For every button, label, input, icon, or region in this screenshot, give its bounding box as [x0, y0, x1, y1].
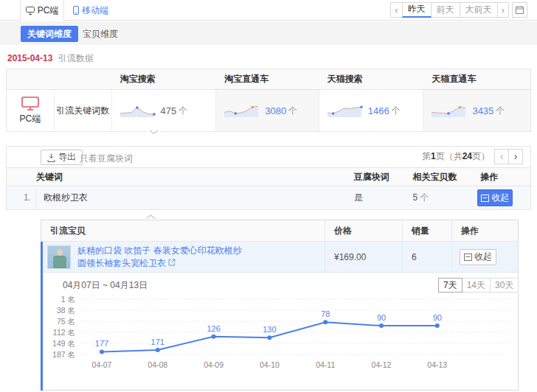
metric-value: 3080	[265, 105, 286, 116]
item-sales: 6	[402, 242, 451, 272]
date-yesterday-button[interactable]: 昨天	[402, 2, 432, 18]
collapse-icon	[481, 195, 489, 202]
svg-text:171: 171	[151, 337, 164, 346]
metric-value: 475	[161, 105, 177, 116]
selected-row-indicator	[41, 242, 43, 391]
tab-pc-label: PC端	[38, 4, 59, 17]
metric-cell-taobao-search: 475 个	[111, 90, 216, 131]
traffic-table-row: PC端 引流关键词数 475 个 3080 个 1466 个 3435 个	[7, 90, 530, 131]
date-next-button[interactable]: ›	[497, 2, 509, 18]
tofu-filter-toggle[interactable]: 只看豆腐块词	[80, 153, 133, 165]
monitor-icon	[26, 7, 35, 15]
sparkline-taobao-ztc	[222, 102, 260, 119]
svg-text:04-12: 04-12	[372, 360, 392, 369]
metric-label: 引流关键词数	[54, 90, 111, 131]
external-link-icon	[168, 258, 176, 268]
item-table-header: 引流宝贝 价格 销量 操作	[41, 220, 518, 242]
col-header-taobao-ztc: 淘宝直通车	[215, 69, 319, 89]
total-pages: 24	[462, 151, 472, 161]
header-price: 价格	[325, 220, 402, 241]
svg-text:04-11: 04-11	[316, 360, 335, 369]
page-next-button[interactable]: ›	[508, 149, 523, 164]
header-item: 引流宝贝	[41, 220, 325, 241]
item-row: 妖精的口袋 吹笛子 春装女爱心印花欧根纱圆领长袖套头宽松卫衣 ¥169.00 6…	[41, 242, 518, 273]
sparkline-tmall-search	[325, 102, 364, 119]
tab-mobile-label: 移动端	[82, 4, 108, 17]
phone-icon	[73, 6, 79, 15]
collapse-item-button[interactable]: 收起	[460, 249, 496, 265]
calendar-icon	[516, 6, 524, 14]
export-icon	[47, 153, 55, 162]
svg-text:177: 177	[95, 339, 108, 348]
keyword-table-header: 关键词 豆腐块词 相关宝贝数 操作	[7, 167, 530, 186]
svg-text:78: 78	[321, 309, 330, 318]
tab-mobile[interactable]: 移动端	[73, 0, 108, 21]
export-button[interactable]: 导出	[41, 150, 83, 165]
product-title-link[interactable]: 妖精的口袋 吹笛子 春装女爱心印花欧根纱圆领长袖套头宽松卫衣	[77, 242, 249, 272]
period-14d-button[interactable]: 14天	[462, 278, 491, 293]
chevron-down-icon[interactable]	[147, 130, 161, 135]
traffic-overview-table: 淘宝搜索 淘宝直通车 天猫搜索 天猫直通车 PC端 引流关键词数 475 个 3…	[6, 69, 531, 132]
dimension-bar	[0, 21, 537, 45]
sparkline-tmall-ztc	[429, 102, 468, 119]
traffic-analytics-page: ‹ 昨天 前天 大前天 › PC端 移动端 关键词维度 宝贝维度 2015-04…	[0, 0, 537, 392]
header-action: 操作	[473, 168, 530, 186]
date-two-days-ago-button[interactable]: 前天	[431, 2, 460, 18]
rank-trend-chart: 1 名38 名75 名112 名149 名187 名04-0704-0804-0…	[43, 293, 516, 374]
keyword-row: 1. 欧根纱卫衣 是 5 个 收起	[7, 186, 530, 209]
device-label: PC端	[20, 113, 41, 125]
svg-text:90: 90	[377, 313, 386, 322]
metric-cell-tmall-search: 1466 个	[319, 90, 423, 131]
svg-text:04-08: 04-08	[148, 360, 167, 369]
svg-text:90: 90	[433, 313, 442, 322]
date-prev-button[interactable]: ‹	[390, 2, 402, 18]
collapse-icon	[464, 253, 472, 261]
svg-text:112 名: 112 名	[53, 328, 75, 337]
header-action: 操作	[451, 220, 518, 241]
tab-keyword-dimension[interactable]: 关键词维度	[21, 26, 78, 42]
current-page: 1	[431, 151, 436, 161]
svg-text:126: 126	[207, 324, 220, 333]
svg-text:75 名: 75 名	[57, 317, 75, 326]
page-prev-button[interactable]: ‹	[494, 149, 509, 164]
svg-text:04-09: 04-09	[204, 360, 224, 369]
period-switcher: 7天 14天 30天	[439, 278, 519, 293]
svg-text:38 名: 38 名	[57, 306, 75, 315]
col-header-tmall-search: 天猫搜索	[319, 69, 423, 89]
metric-cell-taobao-ztc: 3080 个	[215, 90, 319, 131]
report-date: 2015-04-13	[7, 53, 52, 63]
tofu-value: 是	[347, 192, 406, 204]
sparkline-taobao-search	[118, 102, 156, 119]
pagination: 第1页（共24页） ‹ ›	[422, 149, 523, 164]
col-header-taobao-search: 淘宝搜索	[111, 69, 216, 89]
metric-value: 3435	[472, 105, 493, 116]
date-three-days-ago-button[interactable]: 大前天	[460, 2, 498, 18]
svg-text:1 名: 1 名	[61, 295, 75, 304]
header-sales: 销量	[402, 220, 451, 241]
keyword-section: 导出 只看豆腐块词 第1页（共24页） ‹ › 关键词 豆腐块词 相关宝贝数 操…	[6, 146, 531, 210]
collapse-keyword-button[interactable]: 收起	[477, 189, 513, 206]
period-7d-button[interactable]: 7天	[438, 278, 462, 293]
svg-text:130: 130	[263, 325, 276, 334]
keyword-text: 欧根纱卫衣	[36, 192, 347, 204]
period-30d-button[interactable]: 30天	[490, 278, 519, 293]
metric-cell-tmall-ztc: 3435 个	[423, 90, 530, 131]
report-title: 引流数据	[58, 53, 94, 63]
pc-monitor-icon	[21, 97, 39, 111]
date-nav: ‹ 昨天 前天 大前天 ›	[391, 2, 527, 18]
keyword-toolbar: 导出 只看豆腐块词 第1页（共24页） ‹ ›	[7, 147, 530, 167]
tab-item-dimension[interactable]: 宝贝维度	[83, 26, 118, 42]
item-price: ¥169.00	[325, 242, 402, 272]
calendar-button[interactable]	[512, 2, 527, 18]
col-header-tmall-ztc: 天猫直通车	[423, 69, 530, 89]
pagination-text: 第1页（共24页）	[422, 150, 490, 163]
chart-date-range: 04月07日 ~ 04月13日	[63, 279, 148, 292]
traffic-table-header: 淘宝搜索 淘宝直通车 天猫搜索 天猫直通车	[7, 69, 530, 90]
tab-pc[interactable]: PC端	[20, 0, 64, 21]
row-index: 1.	[7, 186, 36, 209]
header-related-count: 相关宝贝数	[405, 168, 473, 186]
header-keyword: 关键词	[7, 168, 347, 186]
product-thumbnail[interactable]	[47, 245, 71, 269]
svg-text:149 名: 149 名	[52, 339, 75, 348]
svg-text:04-13: 04-13	[427, 360, 447, 369]
